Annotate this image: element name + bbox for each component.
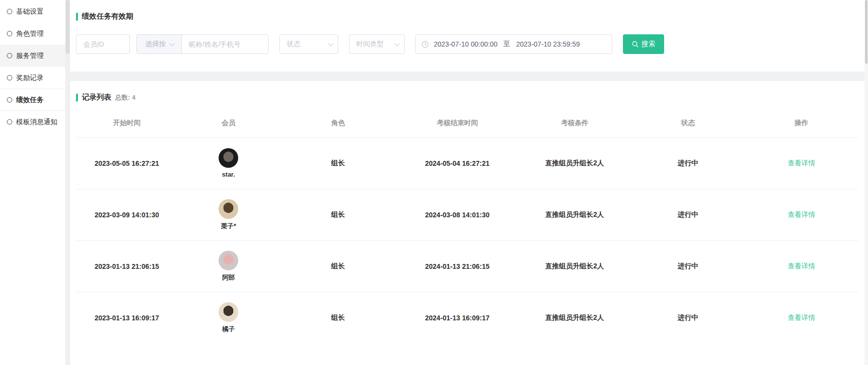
sidebar-item-label: 绩效任务 <box>16 96 44 104</box>
status-cell: 进行中 <box>631 189 744 240</box>
green-marker-bar <box>76 13 78 21</box>
chevron-down-icon <box>328 41 333 46</box>
sidebar-item-label: 角色管理 <box>16 29 44 38</box>
col-actions: 操作 <box>745 109 858 137</box>
sidebar: 基础设置 角色管理 服务管理 奖励记录 绩效任务 模板消息通知 <box>0 0 65 365</box>
member-id-input[interactable] <box>76 34 130 54</box>
role-cell: 组长 <box>279 240 397 292</box>
circle-icon <box>7 119 12 125</box>
circle-icon <box>7 97 12 103</box>
page-scrollbar-thumb[interactable] <box>865 0 868 64</box>
member-cell: 橘子 <box>177 292 279 343</box>
record-table: 开始时间 会员 角色 考核结束时间 考核条件 状态 操作 2023-05-05 … <box>76 109 858 343</box>
date-range-picker[interactable]: 2023-07-10 00:00:00 至 2023-07-10 23:59:5… <box>415 34 612 54</box>
chevron-down-icon <box>169 41 174 46</box>
search-icon <box>632 41 639 48</box>
col-start-time: 开始时间 <box>76 109 177 137</box>
condition-cell: 直推组员升组长2人 <box>518 240 631 292</box>
search-by-select[interactable]: 选择按 <box>137 35 182 53</box>
table-row: 2023-03-09 14:01:30 栗子* 组长 2024-03-08 14… <box>76 189 858 240</box>
view-details-link[interactable]: 查看详情 <box>788 159 815 167</box>
time-type-select-placeholder: 时间类型 <box>356 40 384 49</box>
page-scrollbar[interactable] <box>865 0 868 365</box>
view-details-link[interactable]: 查看详情 <box>788 210 815 218</box>
nickname-search-group: 选择按 <box>136 34 269 54</box>
filter-row: 选择按 状态 时间类型 <box>76 34 858 54</box>
sidebar-scrollbar-thumb[interactable] <box>66 0 70 54</box>
sidebar-item-role-management[interactable]: 角色管理 <box>0 23 65 45</box>
green-marker-bar <box>76 94 78 102</box>
record-table-body: 2023-05-05 16:27:21 star. 组长 2024-05-04 … <box>76 137 858 343</box>
col-role: 角色 <box>279 109 397 137</box>
status-cell: 进行中 <box>631 240 744 292</box>
view-details-link[interactable]: 查看详情 <box>788 262 815 270</box>
action-cell: 查看详情 <box>745 240 858 292</box>
start-time-cell: 2023-01-13 16:09:17 <box>76 292 177 343</box>
status-cell: 进行中 <box>631 292 744 343</box>
sidebar-item-label: 模板消息通知 <box>16 118 57 127</box>
sidebar-item-reward-records[interactable]: 奖励记录 <box>0 67 65 89</box>
date-end-value[interactable]: 2023-07-10 23:59:59 <box>516 40 580 48</box>
member-cell: star. <box>177 137 279 189</box>
end-time-cell: 2024-01-13 21:06:15 <box>397 240 518 292</box>
filter-section-title: 绩效任务有效期 <box>76 12 858 21</box>
member-cell: 阿部 <box>177 240 279 292</box>
search-button[interactable]: 搜索 <box>623 34 664 54</box>
total-label: 总数: <box>115 93 130 102</box>
start-time-cell: 2023-03-09 14:01:30 <box>76 189 177 240</box>
sidebar-item-template-message-notice[interactable]: 模板消息通知 <box>0 111 65 133</box>
search-by-select-value: 选择按 <box>146 40 166 49</box>
col-status: 状态 <box>631 109 744 137</box>
sidebar-item-label: 基础设置 <box>16 7 44 16</box>
member-cell: 栗子* <box>177 189 279 240</box>
main-content: 绩效任务有效期 选择按 状态 时间类型 <box>70 0 868 365</box>
total-count: 4 <box>132 94 135 101</box>
sidebar-item-service-management[interactable]: 服务管理 <box>0 45 65 67</box>
search-button-label: 搜索 <box>642 40 655 49</box>
member-avatar <box>219 302 238 322</box>
end-time-cell: 2024-03-08 14:01:30 <box>397 189 518 240</box>
record-table-header: 开始时间 会员 角色 考核结束时间 考核条件 状态 操作 <box>76 109 858 137</box>
sidebar-item-performance-tasks[interactable]: 绩效任务 <box>0 89 65 111</box>
table-row: 2023-01-13 21:06:15 阿部 组长 2024-01-13 21:… <box>76 240 858 292</box>
view-details-link[interactable]: 查看详情 <box>788 313 815 321</box>
role-cell: 组长 <box>279 189 397 240</box>
member-name: 阿部 <box>222 273 235 282</box>
member-avatar <box>219 251 238 270</box>
list-section-title: 记录列表 总数: 4 <box>76 93 858 102</box>
nickname-input[interactable] <box>182 35 268 53</box>
action-cell: 查看详情 <box>745 137 858 189</box>
circle-icon <box>7 31 12 36</box>
member-name: 栗子* <box>221 222 236 231</box>
col-condition: 考核条件 <box>518 109 631 137</box>
status-select-placeholder: 状态 <box>287 40 300 49</box>
table-row: 2023-01-13 16:09:17 橘子 组长 2024-01-13 16:… <box>76 292 858 343</box>
clock-icon <box>422 41 429 48</box>
role-cell: 组长 <box>279 137 397 189</box>
circle-icon <box>7 75 12 80</box>
date-start-value[interactable]: 2023-07-10 00:00:00 <box>434 40 497 48</box>
filter-card: 绩效任务有效期 选择按 状态 时间类型 <box>70 0 868 72</box>
member-avatar <box>219 199 238 219</box>
list-title: 记录列表 <box>82 93 111 102</box>
table-row: 2023-05-05 16:27:21 star. 组长 2024-05-04 … <box>76 137 858 189</box>
page-title: 绩效任务有效期 <box>82 12 133 21</box>
start-time-cell: 2023-05-05 16:27:21 <box>76 137 177 189</box>
condition-cell: 直推组员升组长2人 <box>518 137 631 189</box>
status-cell: 进行中 <box>631 137 744 189</box>
circle-icon <box>7 53 12 58</box>
section-divider <box>70 72 868 81</box>
chevron-down-icon <box>395 41 400 46</box>
col-member: 会员 <box>177 109 279 137</box>
end-time-cell: 2024-01-13 16:09:17 <box>397 292 518 343</box>
time-type-select[interactable]: 时间类型 <box>349 34 405 54</box>
member-avatar <box>219 148 238 168</box>
col-end-time: 考核结束时间 <box>397 109 518 137</box>
start-time-cell: 2023-01-13 21:06:15 <box>76 240 177 292</box>
role-cell: 组长 <box>279 292 397 343</box>
status-select[interactable]: 状态 <box>279 34 338 54</box>
record-list-card: 记录列表 总数: 4 开始时间 会员 角色 考核结束时间 考核条件 状态 <box>70 81 868 365</box>
sidebar-scrollbar[interactable] <box>65 0 70 365</box>
app: 基础设置 角色管理 服务管理 奖励记录 绩效任务 模板消息通知 <box>0 0 868 365</box>
sidebar-item-basic-settings[interactable]: 基础设置 <box>0 0 65 23</box>
